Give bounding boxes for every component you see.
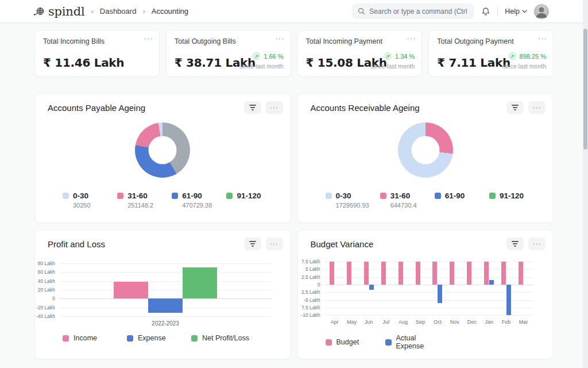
payable-ageing-donut-chart[interactable]: [135, 122, 190, 178]
x-axis-tick-label: Jun: [360, 319, 377, 325]
bar-budget-feb[interactable]: [501, 262, 506, 285]
dashboard-content: Total Incoming Bills ··· ₹ 11.46 Lakh To…: [0, 23, 588, 359]
trend-up-icon: ↗: [384, 52, 392, 60]
legend-swatch: [63, 193, 69, 199]
legend-swatch: [489, 193, 496, 199]
yarn-ball-icon: [33, 5, 46, 18]
ellipsis-menu-button[interactable]: ···: [528, 237, 546, 250]
filter-icon: [249, 105, 256, 110]
bar-expense[interactable]: [148, 298, 183, 313]
y-axis-tick-label: 0: [298, 282, 320, 288]
legend-label: 61-90: [445, 191, 465, 200]
legend-item-income[interactable]: Income: [63, 334, 127, 342]
header-actions: Help: [352, 3, 549, 19]
ellipsis-menu-button[interactable]: ···: [276, 34, 285, 43]
y-axis-tick-label: 60 Lakh: [35, 269, 55, 275]
y-axis-tick-label: -40 Lakh: [35, 313, 55, 319]
kpi-change-percent: 1.66 %: [264, 53, 283, 60]
legend-label: Net Profit/Loss: [202, 334, 249, 342]
receivable-ageing-donut-chart[interactable]: [398, 122, 453, 178]
top-navbar: spindl › Dashboard › Accounting Help: [0, 0, 588, 23]
charts-row: Profit and Loss ··· 80 Lakh60 Lakh40 Lak…: [34, 229, 554, 359]
filter-button[interactable]: [244, 237, 261, 250]
x-axis-label: 2022-2023: [59, 320, 272, 327]
bar-budget-aug[interactable]: [399, 262, 403, 285]
kpi-card-total-outgoing-payment: Total Outgoing Payment ··· ₹ 7.11 Lakh ↗…: [428, 30, 554, 77]
header-divider: [497, 7, 498, 16]
gridline: [324, 315, 533, 316]
filter-button[interactable]: [244, 101, 261, 114]
x-axis-tick-label: Nov: [446, 319, 463, 325]
breadcrumb-accounting[interactable]: Accounting: [152, 7, 188, 16]
bar-income[interactable]: [114, 282, 148, 299]
chevron-right-icon: ›: [141, 7, 146, 16]
ellipsis-menu-button[interactable]: ···: [538, 34, 547, 43]
bar-actual-expense-oct[interactable]: [438, 285, 442, 303]
bar-actual-expense-jun[interactable]: [369, 285, 374, 290]
x-axis-tick-label: Mar: [515, 319, 532, 325]
legend-item-31-60[interactable]: 31-60 251148.2: [117, 191, 172, 209]
breadcrumb-dashboard[interactable]: Dashboard: [100, 7, 137, 16]
help-menu-button[interactable]: Help: [505, 7, 527, 16]
kpi-title: Total Incoming Bills: [43, 37, 151, 45]
bar-budget-nov[interactable]: [450, 262, 454, 285]
filter-icon: [249, 241, 256, 247]
legend-item-actual-expense[interactable]: Actual Expense: [385, 334, 445, 350]
ellipsis-menu-button[interactable]: ···: [144, 34, 153, 43]
user-avatar[interactable]: [534, 4, 549, 19]
filter-button[interactable]: [506, 237, 524, 250]
kpi-row: Total Incoming Bills ··· ₹ 11.46 Lakh To…: [34, 30, 554, 77]
bar-budget-may[interactable]: [347, 262, 351, 285]
profit-and-loss-chart: 80 Lakh60 Lakh40 Lakh20 Lakh0-20 Lakh-40…: [35, 259, 291, 334]
legend-label: 31-60: [390, 191, 411, 200]
legend-label: Actual Expense: [396, 334, 445, 350]
kpi-change-note: since last month: [240, 63, 284, 70]
notification-bell-button[interactable]: [481, 7, 490, 16]
global-search[interactable]: [352, 3, 474, 19]
legend-item-61-90[interactable]: 61-90 470729.38: [172, 191, 226, 209]
filter-button[interactable]: [506, 101, 524, 114]
budget-variance-chart: 7.5 Lakh5 Lakh2.5 Lakh02.5 Lakh-5 Lakh7.…: [298, 259, 554, 334]
legend-item-0-30[interactable]: 0-30 30250: [63, 191, 117, 209]
legend-item-budget[interactable]: Budget: [326, 334, 385, 350]
y-axis-tick-label: 5 Lakh: [298, 266, 320, 272]
ageing-row: Accounts Payable Ageing ··· 0-30 30250: [34, 93, 554, 223]
search-input[interactable]: [369, 7, 469, 16]
bar-budget-jul[interactable]: [381, 262, 386, 285]
bar-net-profit-loss[interactable]: [183, 267, 217, 298]
bar-budget-dec[interactable]: [467, 262, 471, 285]
bar-actual-expense-jan[interactable]: [489, 280, 494, 285]
scrollbar-track[interactable]: [583, 0, 588, 368]
ellipsis-menu-button[interactable]: ···: [528, 101, 546, 114]
donut-hole: [411, 136, 439, 164]
bar-actual-expense-feb[interactable]: [506, 285, 511, 315]
x-axis-tick-label: Apr: [326, 319, 343, 325]
scrollbar-thumb[interactable]: [583, 29, 587, 150]
app-logo[interactable]: spindl: [33, 5, 84, 18]
budget-variance-card: Budget Variance ··· 7.5 Lakh5 Lakh2.5 La…: [297, 229, 554, 359]
y-axis-tick-label: 2.5 Lakh: [298, 274, 320, 280]
app-logo-text: spindl: [48, 5, 84, 18]
bar-budget-mar[interactable]: [519, 262, 523, 285]
legend-item-61-90[interactable]: 61-90: [435, 191, 489, 209]
bar-budget-jan[interactable]: [484, 262, 489, 285]
legend-item-expense[interactable]: Expense: [127, 334, 191, 342]
legend-item-0-30[interactable]: 0-30 1729590.93: [326, 191, 380, 209]
legend-item-91-120[interactable]: 91-120: [489, 191, 544, 209]
bar-budget-jun[interactable]: [364, 262, 369, 285]
bar-budget-sep[interactable]: [416, 262, 420, 285]
legend-swatch: [191, 335, 198, 342]
legend-item-net-profit-loss[interactable]: Net Profit/Loss: [191, 334, 256, 342]
legend-item-91-120[interactable]: 91-120: [226, 191, 281, 209]
legend-label: 0-30: [336, 191, 351, 200]
ellipsis-menu-button[interactable]: ···: [266, 237, 283, 250]
bar-budget-apr[interactable]: [330, 262, 334, 285]
bar-budget-oct[interactable]: [432, 262, 437, 285]
search-icon: [358, 7, 365, 15]
legend-label: 31-60: [127, 191, 148, 200]
ellipsis-menu-button[interactable]: ···: [407, 34, 416, 43]
legend-item-31-60[interactable]: 31-60 644730.4: [380, 191, 435, 209]
gridline: [59, 290, 272, 290]
ellipsis-menu-button[interactable]: ···: [266, 101, 283, 114]
legend-swatch: [435, 193, 441, 199]
